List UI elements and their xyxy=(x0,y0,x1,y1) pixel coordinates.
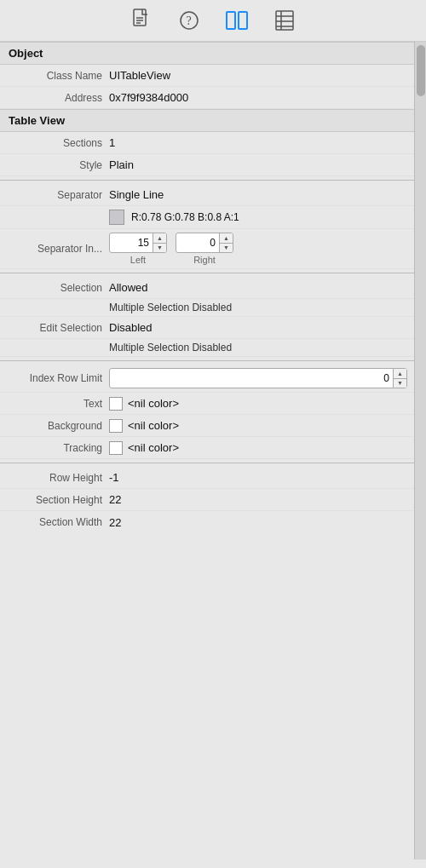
index-stepper-down[interactable]: ▼ xyxy=(394,379,406,388)
text-color-swatch[interactable] xyxy=(109,397,123,411)
right-inset-stepper: ▲ ▼ xyxy=(219,233,233,252)
main-panel: Object Class Name UITableView Address 0x… xyxy=(0,42,414,859)
toolbar: ? xyxy=(0,0,426,42)
style-value: Plain xyxy=(109,158,134,171)
section-width-value: 22 xyxy=(109,516,121,529)
left-stepper-up[interactable]: ▲ xyxy=(153,233,166,244)
separator-color-swatch[interactable] xyxy=(109,210,124,225)
edit-selection-value: Disabled xyxy=(109,321,153,334)
section-width-label: Section Width xyxy=(7,516,109,528)
content-area: Object Class Name UITableView Address 0x… xyxy=(0,42,426,859)
svg-text:?: ? xyxy=(187,14,192,27)
text-color-label: Text xyxy=(7,398,109,410)
tracking-color-row: Tracking <nil color> xyxy=(0,437,414,459)
row-height-label: Row Height xyxy=(7,472,109,484)
left-inset-stepper: ▲ ▼ xyxy=(153,233,166,252)
separator-row: Separator Single Line xyxy=(0,184,414,206)
class-name-row: Class Name UITableView xyxy=(0,65,414,87)
tracking-color-swatch[interactable] xyxy=(109,441,123,455)
sections-row: Sections 1 xyxy=(0,132,414,154)
index-stepper-up[interactable]: ▲ xyxy=(394,369,406,379)
object-section-header: Object xyxy=(0,42,414,65)
selection-label: Selection xyxy=(7,282,109,294)
inset-group: ▲ ▼ Left ▲ ▼ Right xyxy=(109,233,407,265)
sections-value: 1 xyxy=(109,136,115,149)
class-name-label: Class Name xyxy=(7,70,109,82)
class-name-value: UITableView xyxy=(109,69,170,82)
right-stepper-up[interactable]: ▲ xyxy=(220,233,233,244)
list-icon[interactable] xyxy=(273,9,296,32)
separator-label: Separator xyxy=(7,189,109,201)
tracking-color-label: Tracking xyxy=(7,442,109,454)
row-height-row: Row Height -1 xyxy=(0,467,414,489)
row-height-value: -1 xyxy=(109,471,119,484)
separator-inset-label: Separator In... xyxy=(7,243,109,255)
scrollbar-thumb[interactable] xyxy=(417,45,425,96)
sections-label: Sections xyxy=(7,137,109,149)
text-color-row: Text <nil color> xyxy=(0,393,414,415)
right-inset-input[interactable] xyxy=(176,235,219,250)
separator-color-row: R:0.78 G:0.78 B:0.8 A:1 xyxy=(0,206,414,229)
tableview-section-header: Table View xyxy=(0,109,414,132)
document-icon[interactable] xyxy=(130,9,153,32)
svg-rect-6 xyxy=(227,12,235,29)
multiple-selection-row: Multiple Selection Disabled xyxy=(0,299,414,317)
background-color-row: Background <nil color> xyxy=(0,415,414,437)
background-color-label: Background xyxy=(7,420,109,432)
section-height-label: Section Height xyxy=(7,494,109,506)
right-stepper-down[interactable]: ▼ xyxy=(220,244,233,253)
left-inset-field: ▲ ▼ xyxy=(109,233,167,253)
section-height-row: Section Height 22 xyxy=(0,489,414,511)
background-color-value: <nil color> xyxy=(128,419,179,432)
background-color-swatch[interactable] xyxy=(109,419,123,433)
address-label: Address xyxy=(7,92,109,104)
left-inset-input[interactable] xyxy=(110,235,153,250)
index-row-limit-row: Index Row Limit ▲ ▼ xyxy=(0,365,414,393)
section-height-value: 22 xyxy=(109,493,121,506)
index-row-stepper: ▲ ▼ xyxy=(393,369,406,388)
index-row-label: Index Row Limit xyxy=(7,372,109,384)
right-sublabel: Right xyxy=(193,255,216,265)
left-stepper-down[interactable]: ▼ xyxy=(153,244,166,253)
index-row-input[interactable] xyxy=(110,371,393,386)
right-inset-field: ▲ ▼ xyxy=(176,233,233,253)
edit-selection-row: Edit Selection Disabled xyxy=(0,317,414,339)
scrollbar[interactable] xyxy=(414,42,426,859)
help-icon[interactable]: ? xyxy=(177,9,201,32)
svg-rect-7 xyxy=(239,12,247,29)
tracking-color-value: <nil color> xyxy=(128,441,179,454)
right-inset-wrap: ▲ ▼ Right xyxy=(176,233,233,265)
style-row: Style Plain xyxy=(0,154,414,176)
selection-value: Allowed xyxy=(109,281,148,294)
text-color-value: <nil color> xyxy=(128,397,179,410)
style-label: Style xyxy=(7,159,109,171)
address-value: 0x7f9f9384d000 xyxy=(109,91,188,104)
selection-row: Selection Allowed xyxy=(0,277,414,299)
edit-multiple-selection-row: Multiple Selection Disabled xyxy=(0,339,414,357)
separator-color-label: R:0.78 G:0.78 B:0.8 A:1 xyxy=(131,211,239,223)
separator-inset-row: Separator In... ▲ ▼ Left xyxy=(0,229,414,269)
inspector-icon[interactable] xyxy=(225,9,249,32)
index-row-field: ▲ ▼ xyxy=(109,368,407,388)
section-width-row: Section Width 22 xyxy=(0,511,414,533)
left-sublabel: Left xyxy=(130,255,146,265)
left-inset-wrap: ▲ ▼ Left xyxy=(109,233,167,265)
edit-selection-label: Edit Selection xyxy=(7,322,109,334)
address-row: Address 0x7f9f9384d000 xyxy=(0,87,414,109)
separator-value: Single Line xyxy=(109,188,164,201)
